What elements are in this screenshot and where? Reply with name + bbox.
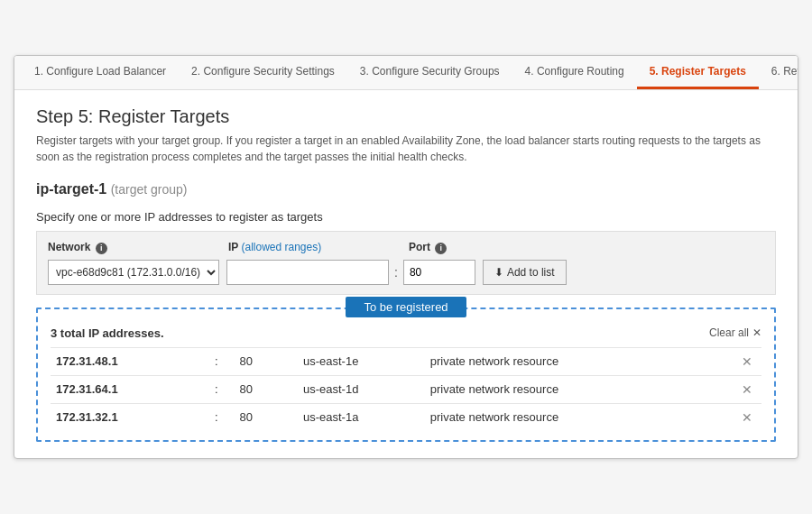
network-header: Network i bbox=[48, 241, 228, 253]
target-az: us-east-1d bbox=[298, 375, 425, 403]
input-row-container: Network i IP (allowed ranges) Port i vpc… bbox=[36, 231, 776, 294]
target-az: us-east-1e bbox=[298, 347, 425, 375]
colon-separator: : bbox=[394, 265, 398, 280]
port-input[interactable] bbox=[403, 260, 475, 285]
step-register-targets[interactable]: 5. Register Targets bbox=[637, 56, 759, 89]
registered-header-bar: To be registered bbox=[38, 297, 774, 317]
target-resource: private network resource bbox=[425, 403, 711, 431]
step-configure-load-balancer[interactable]: 1. Configure Load Balancer bbox=[22, 56, 179, 89]
step-configure-routing[interactable]: 4. Configure Routing bbox=[512, 56, 637, 89]
clear-all-button[interactable]: Clear all ✕ bbox=[709, 326, 761, 339]
port-info-icon[interactable]: i bbox=[435, 243, 447, 254]
step-review[interactable]: 6. Review bbox=[759, 56, 798, 89]
port-colon: : bbox=[209, 403, 235, 431]
registered-count: 3 total IP addresses. bbox=[51, 326, 164, 340]
remove-cell: ✕ bbox=[711, 375, 761, 403]
remove-cell: ✕ bbox=[711, 403, 761, 431]
input-headers: Network i IP (allowed ranges) Port i bbox=[48, 241, 764, 253]
port-colon: : bbox=[209, 347, 235, 375]
target-resource: private network resource bbox=[425, 347, 711, 375]
target-resource: private network resource bbox=[425, 375, 711, 403]
specify-label: Specify one or more IP addresses to regi… bbox=[36, 210, 776, 224]
target-group-name: ip-target-1 bbox=[36, 181, 106, 197]
remove-target-button[interactable]: ✕ bbox=[738, 382, 756, 397]
remove-target-button[interactable]: ✕ bbox=[738, 410, 756, 425]
table-row: 172.31.48.1 : 80 us-east-1e private netw… bbox=[51, 347, 761, 375]
table-row: 172.31.32.1 : 80 us-east-1a private netw… bbox=[51, 403, 761, 431]
page-description: Register targets with your target group.… bbox=[36, 133, 776, 165]
ip-header: IP (allowed ranges) bbox=[228, 241, 409, 253]
target-port: 80 bbox=[235, 347, 298, 375]
add-to-list-button[interactable]: ⬇ Add to list bbox=[483, 260, 567, 285]
registered-section: To be registered 3 total IP addresses. C… bbox=[36, 307, 776, 442]
clear-all-x-icon: ✕ bbox=[752, 326, 761, 339]
targets-table: 172.31.48.1 : 80 us-east-1e private netw… bbox=[51, 347, 761, 431]
download-arrow-icon: ⬇ bbox=[494, 266, 503, 279]
registered-badge: To be registered bbox=[346, 297, 466, 317]
ip-input[interactable] bbox=[226, 260, 389, 285]
target-port: 80 bbox=[235, 403, 298, 431]
registered-inner: 3 total IP addresses. Clear all ✕ 172.31… bbox=[38, 317, 774, 440]
target-group-label: (target group) bbox=[111, 182, 188, 197]
target-ip: 172.31.64.1 bbox=[51, 375, 209, 403]
network-info-icon[interactable]: i bbox=[96, 243, 107, 254]
step-configure-security-groups[interactable]: 3. Configure Security Groups bbox=[347, 56, 512, 89]
target-ip: 172.31.32.1 bbox=[51, 403, 209, 431]
target-az: us-east-1a bbox=[298, 403, 425, 431]
table-row: 172.31.64.1 : 80 us-east-1d private netw… bbox=[51, 375, 761, 403]
target-port: 80 bbox=[235, 375, 298, 403]
ip-sub-label: (allowed ranges) bbox=[241, 241, 321, 253]
page-title: Step 5: Register Targets bbox=[36, 106, 776, 127]
target-ip: 172.31.48.1 bbox=[51, 347, 209, 375]
port-header: Port i bbox=[409, 241, 499, 253]
target-group-title: ip-target-1 (target group) bbox=[36, 181, 776, 197]
main-content: Step 5: Register Targets Register target… bbox=[14, 90, 798, 457]
port-colon: : bbox=[209, 375, 235, 403]
wizard-window: 1. Configure Load Balancer 2. Configure … bbox=[14, 55, 798, 458]
input-row: vpc-e68d9c81 (172.31.0.0/16) : ⬇ Add to … bbox=[48, 260, 764, 285]
registered-count-row: 3 total IP addresses. Clear all ✕ bbox=[51, 326, 761, 340]
step-configure-security-settings[interactable]: 2. Configure Security Settings bbox=[179, 56, 347, 89]
remove-cell: ✕ bbox=[711, 347, 761, 375]
steps-nav: 1. Configure Load Balancer 2. Configure … bbox=[14, 56, 798, 90]
network-select[interactable]: vpc-e68d9c81 (172.31.0.0/16) bbox=[48, 260, 219, 285]
remove-target-button[interactable]: ✕ bbox=[738, 354, 756, 369]
